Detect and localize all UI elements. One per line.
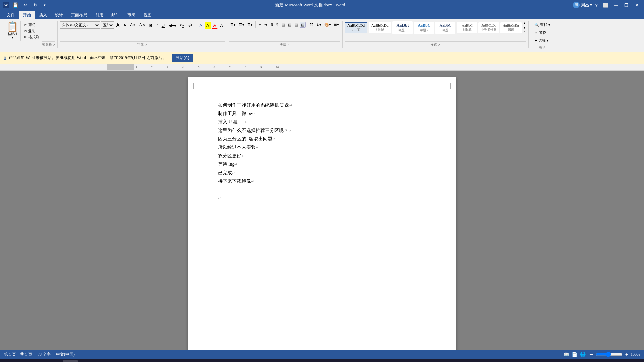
- align-right-btn[interactable]: ▤: [293, 22, 299, 28]
- web-layout-btn[interactable]: 🌐: [580, 352, 586, 357]
- doc-line-4: 这里为什么不选择推荐三分区呢？↵: [218, 126, 426, 135]
- bullets-btn[interactable]: ☰▾: [229, 22, 237, 28]
- style-subtle-emphasis[interactable]: AaBbCcDa 不明显强调: [478, 22, 499, 33]
- paste-button[interactable]: 📋 粘贴板 ▾: [5, 21, 21, 41]
- status-bar-right: 📖 📄 🌐 ─ + 100%: [563, 352, 640, 357]
- document-content[interactable]: 如何制作干净好用的系统装机 U 盘↵ 制作工具：微 pe↵ 插入 U 盘↵ 这里…: [218, 101, 426, 202]
- quick-undo-btn[interactable]: ↩: [21, 1, 30, 9]
- ribbon-display-btn[interactable]: ⬜: [601, 2, 610, 8]
- editing-label: 编辑: [532, 44, 553, 50]
- sep3: [307, 21, 307, 28]
- zoom-slider[interactable]: [596, 352, 623, 357]
- tab-mailings[interactable]: 邮件: [107, 11, 123, 19]
- align-left-btn[interactable]: ▤: [280, 22, 286, 28]
- bold-btn[interactable]: B: [148, 22, 154, 29]
- quick-more-btn[interactable]: ▾: [42, 1, 48, 9]
- tab-home[interactable]: 开始: [19, 11, 35, 19]
- copy-button[interactable]: ⧉ 复制: [23, 28, 41, 34]
- style-emphasis[interactable]: AaBbCcDa 强调: [500, 22, 522, 33]
- superscript-btn[interactable]: x2: [186, 21, 194, 29]
- strikethrough-btn[interactable]: abc: [167, 22, 177, 29]
- file-explorer-btn[interactable]: 📁: [17, 360, 32, 362]
- increase-indent-btn[interactable]: ➡: [263, 22, 269, 28]
- style-subtitle[interactable]: AaBbC 副标题: [457, 22, 477, 33]
- help-button[interactable]: ?: [593, 2, 600, 8]
- style-no-spacing[interactable]: AaBbCcDd 无间隔: [369, 22, 391, 33]
- document-page[interactable]: 如何制作干净好用的系统装机 U 盘↵ 制作工具：微 pe↵ 插入 U 盘↵ 这里…: [188, 77, 456, 350]
- font-group: 宋体 (中文正文) 五号 A A Aa A✕ B I U abc x2 x2 A…: [58, 21, 227, 48]
- replace-button[interactable]: ↔ 替换: [532, 29, 553, 36]
- close-button[interactable]: ✕: [632, 2, 641, 8]
- multilevel-btn[interactable]: ☱▾: [246, 22, 254, 28]
- para-row-1: ☰▾ ☲▾ ☱▾ ⬅ ➡ ⇅ ¶: [229, 21, 280, 28]
- quick-save-btn[interactable]: 💾: [11, 1, 19, 9]
- decrease-indent-btn[interactable]: ⬅: [257, 22, 263, 28]
- zoom-in-btn[interactable]: +: [624, 352, 629, 357]
- font-grow-btn[interactable]: A: [115, 22, 121, 28]
- italic-btn[interactable]: I: [155, 22, 159, 29]
- show-marks-btn[interactable]: ¶: [275, 22, 280, 27]
- find-button[interactable]: 🔍 查找 ▾: [532, 21, 553, 28]
- border-btn[interactable]: ⊞▾: [333, 22, 340, 28]
- zoom-out-btn[interactable]: ─: [588, 352, 594, 357]
- font-shrink-btn[interactable]: A: [122, 22, 128, 28]
- word-taskbar-btn[interactable]: W: [63, 360, 78, 362]
- tab-page-layout[interactable]: 页面布局: [67, 11, 91, 19]
- title-bar-controls: 周 周杰 ▾ ? ⬜ ─ ❐ ✕: [573, 2, 641, 8]
- start-button[interactable]: ⊞: [1, 360, 16, 362]
- font-size-select[interactable]: 五号: [101, 21, 114, 29]
- columns-btn[interactable]: ☷: [309, 22, 315, 28]
- shading-btn[interactable]: 🎨▾: [323, 22, 332, 28]
- text-effect-btn[interactable]: A: [198, 22, 204, 29]
- select-button[interactable]: ➤ 选择 ▾: [532, 37, 553, 44]
- status-bar-left: 第 1 页，共 1 页 78 个字 中文(中国): [4, 352, 75, 357]
- justify-btn[interactable]: ▤: [300, 22, 306, 28]
- quick-redo-btn[interactable]: ↻: [32, 1, 40, 9]
- styles-scroll-up[interactable]: ▲: [523, 21, 526, 25]
- word-app-icon[interactable]: W: [3, 2, 9, 8]
- format-painter-button[interactable]: ✏ 格式刷: [23, 34, 41, 40]
- highlight-btn[interactable]: A: [205, 22, 211, 29]
- tab-references[interactable]: 引用: [91, 11, 107, 19]
- activation-text: 产品通知 Word 未被激活。要继续使用 Word，而不中断，请在 2019年9…: [9, 55, 166, 61]
- font-shadow-btn[interactable]: A: [218, 22, 225, 29]
- taskbar: ⊞ 📁 📷 W 🔋 🌐 🔊 中 🛡 🔒 18:21: [0, 359, 644, 362]
- style-normal[interactable]: AaBbCcDd ↓ 正文: [345, 22, 367, 33]
- styles-scroll-down[interactable]: ▼: [523, 26, 526, 29]
- activate-button[interactable]: 激活(A): [172, 54, 193, 62]
- line-spacing-btn[interactable]: ⇕▾: [315, 22, 323, 28]
- sort-btn[interactable]: ⇅: [269, 22, 275, 28]
- style-title[interactable]: AaBbC 标题: [435, 22, 455, 34]
- status-bar: 第 1 页，共 1 页 78 个字 中文(中国) 📖 📄 🌐 ─ + 100%: [0, 350, 644, 359]
- numbering-btn[interactable]: ☲▾: [237, 22, 246, 28]
- styles-more[interactable]: ≡: [523, 30, 526, 34]
- print-layout-btn[interactable]: 📄: [572, 352, 577, 357]
- tab-view[interactable]: 视图: [140, 11, 156, 19]
- clear-format-btn[interactable]: A✕: [138, 22, 147, 28]
- style-heading1[interactable]: AaBbt 标题 1: [392, 21, 413, 34]
- tab-insert[interactable]: 插入: [35, 11, 51, 19]
- chrome-btn[interactable]: [32, 360, 47, 362]
- style-heading2[interactable]: AaBbC 标题 2: [414, 22, 434, 34]
- page-info: 第 1 页，共 1 页: [4, 352, 32, 357]
- case-btn[interactable]: Aa: [128, 22, 137, 28]
- minimize-button[interactable]: ─: [612, 2, 620, 8]
- user-avatar: 周: [573, 2, 580, 8]
- font-color-btn[interactable]: A: [212, 22, 218, 29]
- restore-button[interactable]: ❐: [622, 2, 631, 8]
- doc-line-6: 所以经过本人实验↵: [218, 143, 426, 152]
- read-mode-btn[interactable]: 📖: [563, 352, 569, 357]
- camera-btn[interactable]: 📷: [48, 360, 62, 362]
- title-bar-left: W 💾 ↩ ↻ ▾: [3, 1, 48, 9]
- cut-button[interactable]: ✂ 剪切: [23, 22, 41, 28]
- title-bar: W 💾 ↩ ↻ ▾ 新建 Microsoft Word 文档.docx - Wo…: [0, 0, 644, 10]
- tab-file[interactable]: 文件: [3, 11, 19, 19]
- align-center-btn[interactable]: ▤: [287, 22, 293, 28]
- tab-design[interactable]: 设计: [51, 11, 67, 19]
- user-area[interactable]: 周 周杰 ▾: [573, 2, 592, 8]
- margin-indicator-tr: [444, 83, 451, 89]
- underline-btn[interactable]: U: [160, 22, 166, 29]
- font-family-select[interactable]: 宋体 (中文正文): [60, 21, 100, 29]
- tab-review[interactable]: 审阅: [123, 11, 140, 19]
- subscript-btn[interactable]: x2: [178, 21, 186, 29]
